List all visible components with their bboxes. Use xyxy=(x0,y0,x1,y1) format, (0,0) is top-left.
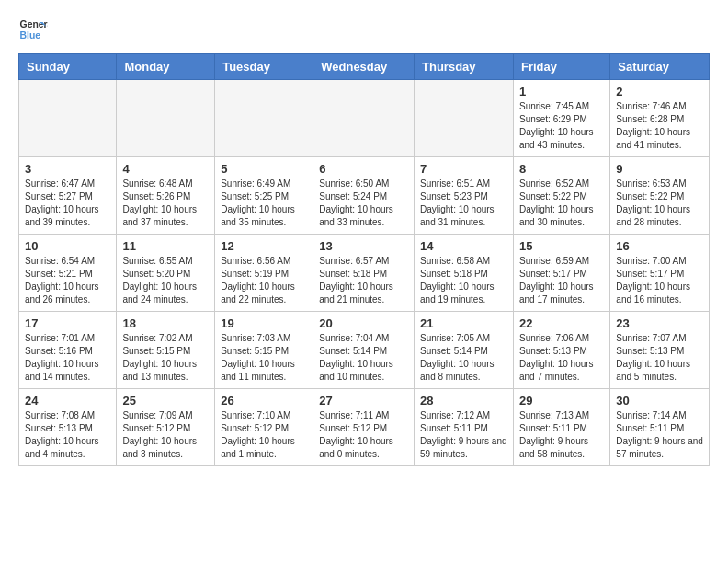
day-info: Sunrise: 6:53 AMSunset: 5:22 PMDaylight:… xyxy=(616,178,703,229)
day-info: Sunrise: 6:58 AMSunset: 5:18 PMDaylight:… xyxy=(420,255,507,306)
calendar-cell xyxy=(19,80,117,157)
calendar-cell: 30Sunrise: 7:14 AMSunset: 5:11 PMDayligh… xyxy=(610,389,710,466)
day-number: 9 xyxy=(616,162,703,176)
svg-text:Blue: Blue xyxy=(20,30,41,40)
calendar-cell xyxy=(415,80,514,157)
day-number: 21 xyxy=(420,316,507,330)
day-number: 2 xyxy=(616,85,703,98)
calendar-cell: 20Sunrise: 7:04 AMSunset: 5:14 PMDayligh… xyxy=(313,312,415,389)
week-row-4: 17Sunrise: 7:01 AMSunset: 5:16 PMDayligh… xyxy=(19,312,710,389)
weekday-header-row: SundayMondayTuesdayWednesdayThursdayFrid… xyxy=(19,54,710,80)
day-number: 8 xyxy=(519,162,604,176)
day-info: Sunrise: 7:45 AMSunset: 6:29 PMDaylight:… xyxy=(519,100,604,152)
day-info: Sunrise: 6:51 AMSunset: 5:23 PMDaylight:… xyxy=(420,178,507,229)
header: General Blue xyxy=(18,15,710,44)
day-info: Sunrise: 7:06 AMSunset: 5:13 PMDaylight:… xyxy=(519,332,604,384)
calendar-cell: 2Sunrise: 7:46 AMSunset: 6:28 PMDaylight… xyxy=(610,80,710,157)
week-row-5: 24Sunrise: 7:08 AMSunset: 5:13 PMDayligh… xyxy=(19,389,710,466)
day-info: Sunrise: 7:07 AMSunset: 5:13 PMDaylight:… xyxy=(616,332,703,384)
day-number: 16 xyxy=(616,239,703,253)
day-info: Sunrise: 6:57 AMSunset: 5:18 PMDaylight:… xyxy=(319,255,408,306)
week-row-2: 3Sunrise: 6:47 AMSunset: 5:27 PMDaylight… xyxy=(19,157,710,235)
day-number: 13 xyxy=(319,239,408,253)
day-info: Sunrise: 7:12 AMSunset: 5:11 PMDaylight:… xyxy=(420,409,507,461)
calendar-cell: 28Sunrise: 7:12 AMSunset: 5:11 PMDayligh… xyxy=(415,389,514,466)
calendar-cell: 27Sunrise: 7:11 AMSunset: 5:12 PMDayligh… xyxy=(313,389,415,466)
calendar-cell: 25Sunrise: 7:09 AMSunset: 5:12 PMDayligh… xyxy=(117,389,215,466)
day-number: 26 xyxy=(221,394,307,408)
calendar-cell: 19Sunrise: 7:03 AMSunset: 5:15 PMDayligh… xyxy=(215,312,313,389)
calendar-cell: 7Sunrise: 6:51 AMSunset: 5:23 PMDaylight… xyxy=(415,157,514,235)
day-number: 1 xyxy=(519,85,604,98)
day-info: Sunrise: 6:49 AMSunset: 5:25 PMDaylight:… xyxy=(221,178,307,229)
day-info: Sunrise: 6:56 AMSunset: 5:19 PMDaylight:… xyxy=(221,255,307,306)
day-number: 15 xyxy=(519,239,604,253)
day-info: Sunrise: 7:03 AMSunset: 5:15 PMDaylight:… xyxy=(221,332,307,384)
day-number: 19 xyxy=(221,316,307,330)
calendar-table: SundayMondayTuesdayWednesdayThursdayFrid… xyxy=(18,53,710,466)
day-number: 23 xyxy=(616,316,703,330)
day-info: Sunrise: 7:04 AMSunset: 5:14 PMDaylight:… xyxy=(319,332,408,384)
day-number: 17 xyxy=(25,316,110,330)
day-info: Sunrise: 7:14 AMSunset: 5:11 PMDaylight:… xyxy=(616,409,703,461)
day-info: Sunrise: 6:47 AMSunset: 5:27 PMDaylight:… xyxy=(25,178,110,229)
calendar-cell xyxy=(117,80,215,157)
day-info: Sunrise: 7:00 AMSunset: 5:17 PMDaylight:… xyxy=(616,255,703,306)
week-row-1: 1Sunrise: 7:45 AMSunset: 6:29 PMDaylight… xyxy=(19,80,710,157)
day-number: 27 xyxy=(319,394,408,408)
calendar-cell: 29Sunrise: 7:13 AMSunset: 5:11 PMDayligh… xyxy=(513,389,609,466)
day-number: 29 xyxy=(519,394,604,408)
day-number: 20 xyxy=(319,316,408,330)
calendar-cell: 22Sunrise: 7:06 AMSunset: 5:13 PMDayligh… xyxy=(513,312,609,389)
calendar-cell: 14Sunrise: 6:58 AMSunset: 5:18 PMDayligh… xyxy=(415,235,514,312)
day-number: 30 xyxy=(616,394,703,408)
logo: General Blue xyxy=(18,15,48,44)
day-info: Sunrise: 7:11 AMSunset: 5:12 PMDaylight:… xyxy=(319,409,408,461)
calendar-cell: 5Sunrise: 6:49 AMSunset: 5:25 PMDaylight… xyxy=(215,157,313,235)
day-number: 14 xyxy=(420,239,507,253)
logo-icon: General Blue xyxy=(18,15,48,44)
calendar-cell: 16Sunrise: 7:00 AMSunset: 5:17 PMDayligh… xyxy=(610,235,710,312)
day-number: 22 xyxy=(519,316,604,330)
calendar-cell: 26Sunrise: 7:10 AMSunset: 5:12 PMDayligh… xyxy=(215,389,313,466)
day-info: Sunrise: 6:55 AMSunset: 5:20 PMDaylight:… xyxy=(122,255,209,306)
week-row-3: 10Sunrise: 6:54 AMSunset: 5:21 PMDayligh… xyxy=(19,235,710,312)
calendar-cell: 10Sunrise: 6:54 AMSunset: 5:21 PMDayligh… xyxy=(19,235,117,312)
calendar-cell: 11Sunrise: 6:55 AMSunset: 5:20 PMDayligh… xyxy=(117,235,215,312)
weekday-header-thursday: Thursday xyxy=(415,54,514,80)
calendar-cell: 8Sunrise: 6:52 AMSunset: 5:22 PMDaylight… xyxy=(513,157,609,235)
day-number: 24 xyxy=(25,394,110,408)
calendar-cell: 12Sunrise: 6:56 AMSunset: 5:19 PMDayligh… xyxy=(215,235,313,312)
calendar-cell: 6Sunrise: 6:50 AMSunset: 5:24 PMDaylight… xyxy=(313,157,415,235)
day-number: 10 xyxy=(25,239,110,253)
weekday-header-monday: Monday xyxy=(117,54,215,80)
calendar-cell: 13Sunrise: 6:57 AMSunset: 5:18 PMDayligh… xyxy=(313,235,415,312)
calendar-cell xyxy=(313,80,415,157)
weekday-header-sunday: Sunday xyxy=(19,54,117,80)
calendar-cell: 18Sunrise: 7:02 AMSunset: 5:15 PMDayligh… xyxy=(117,312,215,389)
calendar-cell: 3Sunrise: 6:47 AMSunset: 5:27 PMDaylight… xyxy=(19,157,117,235)
weekday-header-saturday: Saturday xyxy=(610,54,710,80)
weekday-header-wednesday: Wednesday xyxy=(313,54,415,80)
calendar-cell: 21Sunrise: 7:05 AMSunset: 5:14 PMDayligh… xyxy=(415,312,514,389)
day-info: Sunrise: 6:54 AMSunset: 5:21 PMDaylight:… xyxy=(25,255,110,306)
day-info: Sunrise: 7:01 AMSunset: 5:16 PMDaylight:… xyxy=(25,332,110,384)
day-info: Sunrise: 6:50 AMSunset: 5:24 PMDaylight:… xyxy=(319,178,408,229)
day-number: 3 xyxy=(25,162,110,176)
day-number: 5 xyxy=(221,162,307,176)
weekday-header-tuesday: Tuesday xyxy=(215,54,313,80)
day-info: Sunrise: 7:08 AMSunset: 5:13 PMDaylight:… xyxy=(25,409,110,461)
day-number: 28 xyxy=(420,394,507,408)
calendar-cell: 17Sunrise: 7:01 AMSunset: 5:16 PMDayligh… xyxy=(19,312,117,389)
weekday-header-friday: Friday xyxy=(513,54,609,80)
calendar-cell: 4Sunrise: 6:48 AMSunset: 5:26 PMDaylight… xyxy=(117,157,215,235)
day-number: 7 xyxy=(420,162,507,176)
day-info: Sunrise: 6:48 AMSunset: 5:26 PMDaylight:… xyxy=(122,178,209,229)
day-info: Sunrise: 7:02 AMSunset: 5:15 PMDaylight:… xyxy=(122,332,209,384)
day-number: 12 xyxy=(221,239,307,253)
day-info: Sunrise: 7:10 AMSunset: 5:12 PMDaylight:… xyxy=(221,409,307,461)
day-number: 25 xyxy=(122,394,209,408)
day-info: Sunrise: 6:59 AMSunset: 5:17 PMDaylight:… xyxy=(519,255,604,306)
day-info: Sunrise: 6:52 AMSunset: 5:22 PMDaylight:… xyxy=(519,178,604,229)
calendar-cell: 15Sunrise: 6:59 AMSunset: 5:17 PMDayligh… xyxy=(513,235,609,312)
